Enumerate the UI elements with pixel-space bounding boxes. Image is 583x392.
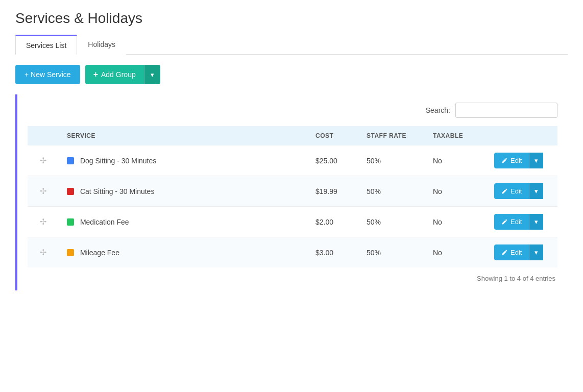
service-color-indicator [67, 157, 74, 164]
chevron-down-icon: ▾ [151, 71, 154, 79]
edit-button-group: Edit ▾ [494, 214, 549, 230]
edit-button[interactable]: Edit [494, 153, 529, 168]
service-name-cell: Medication Fee [59, 207, 307, 237]
edit-dropdown-button[interactable]: ▾ [529, 244, 543, 260]
tabs-bar: Services List Holidays [15, 35, 568, 55]
toolbar: + New Service + Add Group ▾ [15, 65, 568, 84]
chevron-down-icon: ▾ [535, 187, 538, 195]
page-title: Services & Holidays [15, 10, 568, 27]
drag-handle-icon[interactable]: ✢ [36, 217, 51, 226]
services-table: SERVICE COST STAFF RATE TAXABLE ✢ Dog Si… [28, 126, 557, 267]
edit-button-group: Edit ▾ [494, 153, 549, 168]
search-row: Search: [28, 103, 557, 118]
add-group-button-group: + Add Group ▾ [85, 65, 160, 84]
col-header-cost: COST [307, 126, 358, 145]
staff-rate-cell: 50% [358, 207, 425, 237]
chevron-down-icon: ▾ [535, 249, 538, 256]
staff-rate-cell: 50% [358, 237, 425, 268]
edit-button[interactable]: Edit [494, 214, 529, 230]
cost-cell: $2.00 [307, 207, 358, 237]
search-input[interactable] [455, 103, 557, 118]
service-name-text: Medication Fee [80, 218, 129, 226]
edit-dropdown-button[interactable]: ▾ [529, 153, 543, 168]
col-header-service: SERVICE [59, 126, 307, 145]
taxable-cell: No [425, 207, 486, 237]
drag-handle-icon[interactable]: ✢ [36, 187, 51, 195]
chevron-down-icon: ▾ [535, 218, 538, 226]
edit-button-group: Edit ▾ [494, 244, 549, 260]
col-header-taxable: TAXABLE [425, 126, 486, 145]
edit-button-group: Edit ▾ [494, 183, 549, 199]
taxable-cell: No [425, 237, 486, 268]
actions-cell: Edit ▾ [486, 207, 557, 237]
cost-cell: $19.99 [307, 176, 358, 207]
taxable-cell: No [425, 176, 486, 207]
edit-icon [501, 218, 508, 225]
drag-handle-icon[interactable]: ✢ [36, 248, 51, 257]
table-row: ✢ Dog Sitting - 30 Minutes $25.00 50% No… [28, 145, 557, 176]
edit-button[interactable]: Edit [494, 244, 529, 260]
add-group-main-button[interactable]: + Add Group [85, 65, 144, 84]
col-header-drag [28, 126, 59, 145]
cost-cell: $3.00 [307, 237, 358, 268]
drag-handle-icon[interactable]: ✢ [36, 156, 51, 165]
staff-rate-cell: 50% [358, 176, 425, 207]
search-label: Search: [426, 106, 450, 114]
staff-rate-cell: 50% [358, 145, 425, 176]
table-row: ✢ Mileage Fee $3.00 50% No Edit [28, 237, 557, 268]
edit-dropdown-button[interactable]: ▾ [529, 183, 543, 199]
service-name-text: Dog Sitting - 30 Minutes [80, 157, 156, 165]
drag-handle-cell: ✢ [28, 145, 59, 176]
plus-icon: + [93, 70, 98, 79]
actions-cell: Edit ▾ [486, 176, 557, 207]
chevron-down-icon: ▾ [535, 157, 538, 164]
edit-button[interactable]: Edit [494, 183, 529, 199]
taxable-cell: No [425, 145, 486, 176]
edit-dropdown-button[interactable]: ▾ [529, 214, 543, 230]
new-service-button[interactable]: + New Service [15, 65, 80, 84]
drag-handle-cell: ✢ [28, 176, 59, 207]
service-name-text: Cat Sitting - 30 Minutes [80, 187, 155, 195]
add-group-dropdown-button[interactable]: ▾ [144, 65, 160, 84]
showing-entries-text: Showing 1 to 4 of 4 entries [28, 275, 557, 282]
service-color-indicator [67, 188, 74, 195]
drag-handle-cell: ✢ [28, 207, 59, 237]
actions-cell: Edit ▾ [486, 237, 557, 268]
edit-icon [501, 249, 508, 256]
service-name-cell: Dog Sitting - 30 Minutes [59, 145, 307, 176]
col-header-actions [486, 126, 557, 145]
services-table-wrapper: Search: SERVICE COST STAFF RATE TAXABLE [15, 94, 568, 290]
service-color-indicator [67, 218, 74, 226]
edit-icon [501, 157, 508, 164]
col-header-staffrate: STAFF RATE [358, 126, 425, 145]
tab-services-list[interactable]: Services List [15, 35, 77, 55]
actions-cell: Edit ▾ [486, 145, 557, 176]
table-row: ✢ Cat Sitting - 30 Minutes $19.99 50% No… [28, 176, 557, 207]
cost-cell: $25.00 [307, 145, 358, 176]
service-name-cell: Cat Sitting - 30 Minutes [59, 176, 307, 207]
drag-handle-cell: ✢ [28, 237, 59, 268]
table-row: ✢ Medication Fee $2.00 50% No Edit [28, 207, 557, 237]
service-color-indicator [67, 249, 74, 256]
table-header-row: SERVICE COST STAFF RATE TAXABLE [28, 126, 557, 145]
tab-holidays[interactable]: Holidays [77, 35, 126, 55]
edit-icon [501, 188, 508, 194]
service-name-cell: Mileage Fee [59, 237, 307, 268]
service-name-text: Mileage Fee [80, 249, 119, 257]
